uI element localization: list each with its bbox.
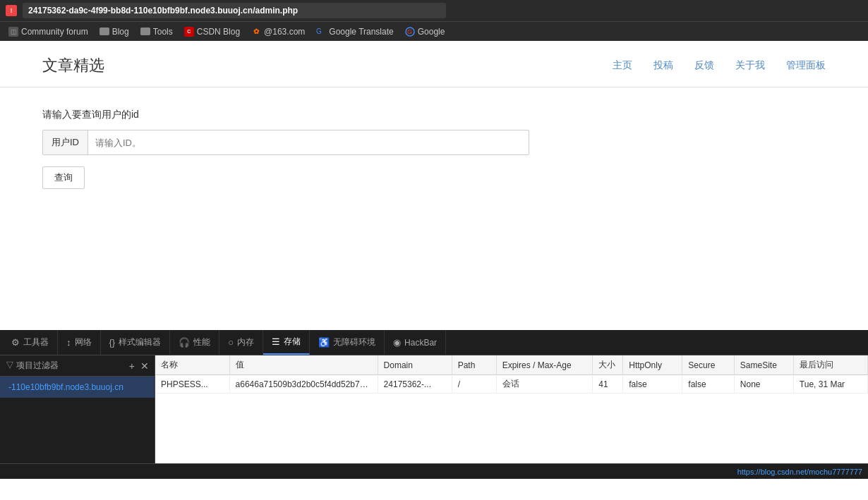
at163-icon: ✿: [251, 27, 261, 37]
close-filter-button[interactable]: ✕: [140, 360, 149, 372]
tools-icon: [140, 28, 150, 35]
nav-about[interactable]: 关于我: [735, 59, 765, 72]
hackbar-icon: ◉: [393, 337, 401, 348]
bookmark-google-label: Google: [418, 27, 445, 37]
page-content: 文章精选 主页 投稿 反馈 关于我 管理面板 请输入要查询用户的id 用户ID …: [0, 41, 868, 330]
bookmark-tools-label: Tools: [153, 27, 173, 37]
col-header-expires: Expires / Max-Age: [496, 355, 593, 375]
tab-network-label: 网络: [75, 336, 92, 348]
query-button[interactable]: 查询: [42, 166, 85, 189]
status-bar: https://blog.csdn.net/mochu7777777: [0, 463, 868, 479]
nav-links: 主页 投稿 反馈 关于我 管理面板: [613, 59, 826, 72]
user-id-label: 用户ID: [43, 130, 88, 154]
col-header-path: Path: [452, 355, 496, 375]
col-header-secure: Secure: [682, 355, 735, 375]
inspector-icon: ⚙: [11, 337, 20, 348]
address-bold: buuoj.cn: [217, 6, 253, 16]
tab-memory-label: 内存: [237, 336, 254, 348]
cell-value: a6646a71509b3d2b0c5f4dd52b7e1f57: [229, 375, 378, 394]
bookmark-csdn[interactable]: C CSDN Blog: [180, 25, 244, 38]
site-title: 文章精选: [42, 55, 104, 76]
storage-icon: ☰: [272, 336, 280, 347]
bookmark-blog[interactable]: Blog: [95, 25, 133, 38]
address-text: 24175362-da9c-4f99-bb8d-110e10bfb9bf.nod…: [28, 6, 217, 16]
filter-actions: + ✕: [129, 360, 149, 372]
storage-domain[interactable]: -110e10bfb9bf.node3.buuoj.cn: [0, 377, 155, 398]
site-header: 文章精选 主页 投稿 反馈 关于我 管理面板: [0, 41, 868, 87]
tab-style-editor[interactable]: {} 样式编辑器: [101, 330, 171, 355]
nav-feedback[interactable]: 反馈: [694, 59, 714, 72]
tab-memory[interactable]: ○ 内存: [219, 330, 263, 355]
tab-inspector-label: 工具器: [23, 336, 49, 348]
address-path: /admin.php: [253, 6, 298, 16]
add-filter-button[interactable]: +: [129, 360, 135, 372]
table-header-row: 名称 值 Domain Path Expires / Max-Age 大小 Ht…: [155, 355, 868, 375]
bookmark-tools[interactable]: Tools: [136, 25, 177, 38]
google-translate-icon: G: [316, 27, 326, 37]
tab-performance[interactable]: 🎧 性能: [170, 330, 219, 355]
cell-path: /: [452, 375, 496, 394]
tab-storage-label: 存储: [284, 336, 301, 348]
storage-content: ▽ 项目过滤器 + ✕ -110e10bfb9bf.node3.buuoj.cn…: [0, 355, 868, 463]
filter-bar: ▽ 项目过滤器 + ✕: [0, 355, 155, 377]
tab-storage[interactable]: ☰ 存储: [263, 330, 310, 355]
cell-name: PHPSESS...: [155, 375, 229, 394]
tab-accessibility[interactable]: ♿ 无障碍环境: [310, 330, 385, 355]
bookmark-163[interactable]: ✿ @163.com: [247, 25, 309, 38]
svg-text:G: G: [316, 28, 322, 35]
address-bar[interactable]: 24175362-da9c-4f99-bb8d-110e10bfb9bf.nod…: [23, 3, 446, 18]
col-header-size: 大小: [593, 355, 623, 375]
col-header-samesite: SameSite: [734, 355, 793, 375]
nav-home[interactable]: 主页: [613, 59, 632, 72]
admin-section: 请输入要查询用户的id 用户ID 查询: [0, 87, 868, 210]
bookmark-google[interactable]: G Google: [401, 25, 450, 38]
memory-icon: ○: [228, 337, 234, 348]
tab-performance-label: 性能: [193, 336, 210, 348]
col-header-httponly: HttpOnly: [623, 355, 682, 375]
nav-submit[interactable]: 投稿: [653, 59, 673, 72]
col-header-value: 值: [229, 355, 378, 375]
cookie-table-area: 名称 值 Domain Path Expires / Max-Age 大小 Ht…: [155, 355, 868, 463]
network-icon: ↕: [66, 337, 71, 348]
nav-admin[interactable]: 管理面板: [786, 59, 826, 72]
favicon: !: [6, 5, 17, 16]
cookie-table: 名称 值 Domain Path Expires / Max-Age 大小 Ht…: [155, 355, 868, 394]
cell-expires: 会话: [496, 375, 593, 394]
tab-hackbar[interactable]: ◉ HackBar: [385, 330, 446, 355]
cell-size: 41: [593, 375, 623, 394]
user-id-input-row: 用户ID: [42, 130, 529, 155]
cell-secure: false: [682, 375, 735, 394]
community-forum-icon: ◫: [8, 27, 18, 37]
performance-icon: 🎧: [179, 337, 190, 348]
table-row[interactable]: PHPSESS... a6646a71509b3d2b0c5f4dd52b7e1…: [155, 375, 868, 394]
devtools-tabs: ⚙ 工具器 ↕ 网络 {} 样式编辑器 🎧 性能 ○ 内存 ☰ 存储 ♿ 无障碍…: [0, 330, 868, 355]
col-header-lastaccess: 最后访问: [793, 355, 867, 375]
status-url: https://blog.csdn.net/mochu7777777: [737, 468, 862, 476]
accessibility-icon: ♿: [318, 337, 330, 348]
bookmarks-bar: ◫ Community forum Blog Tools C CSDN Blog…: [0, 21, 868, 41]
filter-label: ▽ 项目过滤器: [6, 360, 59, 372]
col-header-name: 名称: [155, 355, 229, 375]
bookmark-google-translate-label: Google Translate: [329, 27, 393, 37]
cell-domain: 24175362-...: [378, 375, 452, 394]
tab-network[interactable]: ↕ 网络: [58, 330, 101, 355]
form-title: 请输入要查询用户的id: [42, 109, 826, 121]
google-icon: G: [405, 27, 415, 37]
bookmark-community-forum-label: Community forum: [21, 27, 88, 37]
bookmark-community-forum[interactable]: ◫ Community forum: [4, 25, 92, 38]
browser-chrome: ! 24175362-da9c-4f99-bb8d-110e10bfb9bf.n…: [0, 0, 868, 21]
cell-lastaccess: Tue, 31 Mar: [793, 375, 867, 394]
bookmark-163-label: @163.com: [264, 27, 305, 37]
csdn-icon: C: [184, 27, 194, 37]
blog-icon: [100, 28, 109, 35]
tab-inspector[interactable]: ⚙ 工具器: [3, 330, 58, 355]
tab-accessibility-label: 无障碍环境: [333, 336, 375, 348]
tab-style-editor-label: 样式编辑器: [119, 336, 161, 348]
cell-httponly: false: [623, 375, 682, 394]
col-header-domain: Domain: [378, 355, 452, 375]
user-id-input[interactable]: [88, 138, 529, 148]
cell-samesite: None: [734, 375, 793, 394]
storage-sidebar: ▽ 项目过滤器 + ✕ -110e10bfb9bf.node3.buuoj.cn: [0, 355, 155, 463]
tab-hackbar-label: HackBar: [404, 338, 437, 348]
bookmark-google-translate[interactable]: G Google Translate: [312, 25, 397, 38]
